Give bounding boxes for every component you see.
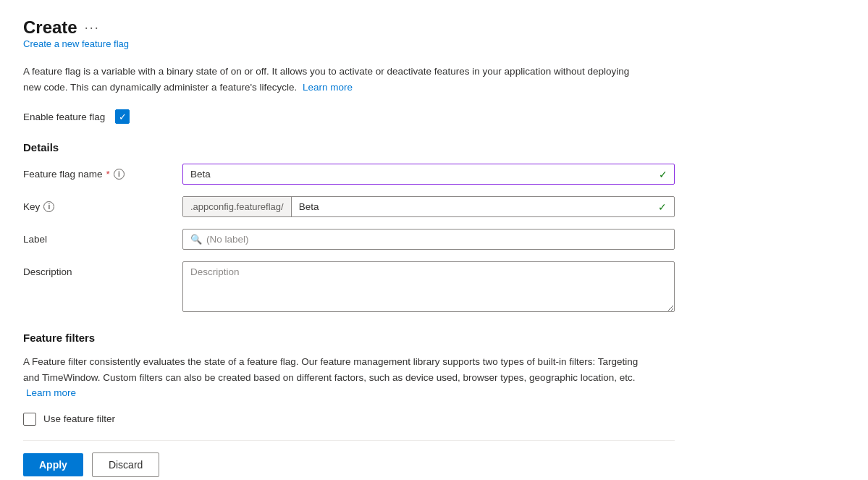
details-section-title: Details [23, 141, 845, 153]
feature-flag-name-input[interactable] [182, 164, 675, 185]
label-row: Label 🔍 [23, 229, 675, 250]
page-title-row: Create ··· [23, 17, 845, 38]
feature-flag-name-control: ✓ [182, 164, 675, 185]
key-prefix: .appconfig.featureflag/ [183, 197, 292, 216]
label-input-wrapper[interactable]: 🔍 [182, 229, 675, 250]
description-label-cell: Description [23, 261, 182, 277]
description-textarea[interactable] [182, 261, 675, 312]
description-row: Description [23, 261, 675, 314]
label-control: 🔍 [182, 229, 675, 250]
discard-button[interactable]: Discard [92, 452, 159, 477]
subtitle-link[interactable]: Create a new feature flag [23, 38, 129, 49]
filters-learn-more-link[interactable]: Learn more [26, 387, 76, 398]
apply-button[interactable]: Apply [23, 453, 83, 476]
title-ellipsis: ··· [85, 20, 100, 35]
label-label-cell: Label [23, 229, 182, 245]
required-star: * [106, 169, 110, 180]
title-text: Create [23, 17, 77, 38]
label-input[interactable] [206, 234, 667, 245]
page-title: Create ··· [23, 17, 100, 38]
action-row: Apply Discard [23, 452, 845, 477]
description-control [182, 261, 675, 314]
key-label: Key [23, 201, 40, 212]
feature-flag-name-input-wrapper: ✓ [182, 164, 675, 185]
feature-flag-name-row: Feature flag name * i ✓ [23, 164, 675, 185]
use-filter-label: Use feature filter [43, 413, 115, 424]
label-label: Label [23, 234, 47, 245]
enable-label: Enable feature flag [23, 111, 105, 122]
key-label-cell: Key i [23, 196, 182, 212]
description-label: Description [23, 266, 72, 277]
use-filter-row: Use feature filter [23, 413, 646, 426]
feature-flag-name-info-icon[interactable]: i [114, 169, 125, 180]
filters-description: A Feature filter consistently evaluates … [23, 354, 646, 401]
feature-filters-section: Feature filters A Feature filter consist… [23, 332, 646, 426]
filters-section-title: Feature filters [23, 332, 646, 344]
key-valid-icon: ✓ [658, 201, 667, 213]
key-input[interactable] [292, 197, 674, 216]
label-search-icon: 🔍 [190, 234, 202, 245]
check-icon: ✓ [119, 112, 127, 122]
feature-flag-description: A feature flag is a variable with a bina… [23, 64, 646, 95]
enable-checkbox[interactable]: ✓ [115, 109, 130, 124]
feature-flag-name-label: Feature flag name [23, 169, 103, 180]
filters-description-text: A Feature filter consistently evaluates … [23, 356, 638, 383]
learn-more-link[interactable]: Learn more [303, 82, 353, 93]
key-control: .appconfig.featureflag/ ✓ [182, 196, 675, 217]
key-input-inner: ✓ [292, 197, 674, 216]
action-divider [23, 440, 675, 441]
feature-flag-name-valid-icon: ✓ [659, 169, 667, 180]
feature-flag-name-label-cell: Feature flag name * i [23, 164, 182, 180]
use-filter-checkbox[interactable] [23, 413, 36, 426]
key-info-icon[interactable]: i [43, 201, 54, 212]
enable-row: Enable feature flag ✓ [23, 109, 845, 124]
key-row: Key i .appconfig.featureflag/ ✓ [23, 196, 675, 217]
key-input-wrapper: .appconfig.featureflag/ ✓ [182, 196, 675, 217]
